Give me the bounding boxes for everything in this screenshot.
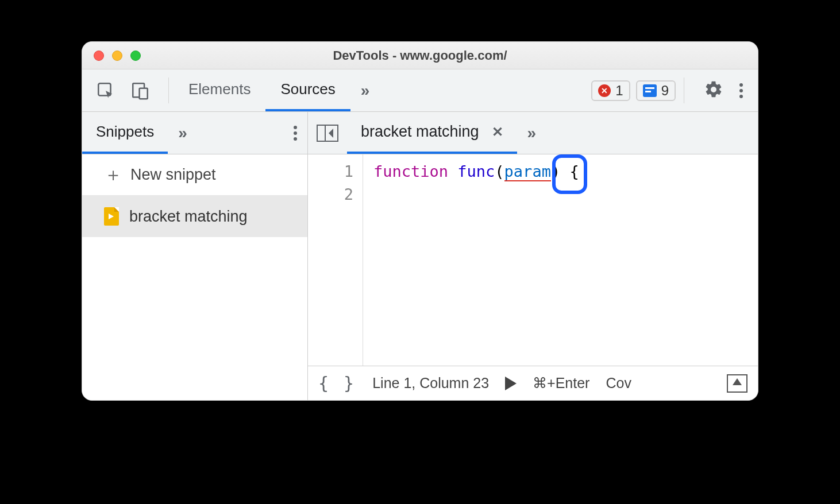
- sidebar-menu-button[interactable]: [294, 112, 297, 154]
- sidebar-toolbar: Snippets »: [82, 112, 307, 154]
- token-space: [560, 162, 569, 180]
- window-title: DevTools - www.google.com/: [82, 48, 758, 63]
- token-close-paren: ): [551, 162, 560, 180]
- snippets-list: bracket matching: [82, 196, 307, 400]
- inspect-element-icon[interactable]: [96, 81, 115, 100]
- run-shortcut-label: ⌘+Enter: [533, 375, 589, 391]
- snippet-item-label: bracket matching: [129, 208, 248, 226]
- token-function-name: func: [457, 162, 495, 180]
- errors-count: 1: [615, 83, 623, 99]
- sidebar: Snippets » ＋ New snippet bracket matchin…: [82, 112, 308, 400]
- device-toolbar-icon[interactable]: [130, 81, 150, 100]
- status-bar: { } Line 1, Column 23 ⌘+Enter Cov: [308, 366, 758, 400]
- editor-file-tab[interactable]: bracket matching ✕: [347, 112, 517, 154]
- zoom-window-button[interactable]: [130, 51, 141, 61]
- cursor-position: Line 1, Column 23: [372, 375, 489, 391]
- code-content[interactable]: function func(param) {: [363, 154, 758, 366]
- trailing-icons: [689, 69, 758, 111]
- navigator-toggle-icon[interactable]: [308, 112, 347, 154]
- new-snippet-button[interactable]: ＋ New snippet: [82, 154, 307, 196]
- plus-icon: ＋: [104, 162, 122, 188]
- tab-sources[interactable]: Sources: [265, 69, 350, 111]
- editor-toolbar: bracket matching ✕ »: [308, 112, 758, 154]
- token-brace: {: [569, 162, 579, 180]
- minimize-window-button[interactable]: [112, 51, 122, 61]
- close-tab-icon[interactable]: ✕: [492, 124, 503, 140]
- separator: [168, 77, 169, 103]
- editor-more-tabs[interactable]: »: [517, 112, 547, 154]
- console-counters: ✕ 1 9: [591, 69, 679, 111]
- settings-icon[interactable]: [704, 80, 723, 102]
- coverage-label[interactable]: Cov: [606, 375, 631, 391]
- svg-rect-3: [317, 125, 338, 141]
- error-icon: ✕: [598, 84, 611, 97]
- code-editor[interactable]: 1 2 function func(param) {: [308, 154, 758, 366]
- file-tab-label: bracket matching: [361, 123, 479, 141]
- content: Snippets » ＋ New snippet bracket matchin…: [82, 112, 758, 400]
- new-snippet-label: New snippet: [130, 166, 216, 184]
- snippet-item-bracket-matching[interactable]: bracket matching: [82, 196, 307, 237]
- main-toolbar: Elements Sources » ✕ 1 9: [82, 69, 758, 112]
- messages-badge[interactable]: 9: [636, 80, 676, 101]
- line-number: 2: [308, 183, 363, 206]
- separator: [684, 77, 684, 103]
- run-snippet-icon[interactable]: [505, 377, 517, 390]
- drawer-toggle-icon[interactable]: [727, 374, 747, 393]
- more-tabs-button[interactable]: »: [350, 69, 380, 111]
- tab-elements[interactable]: Elements: [174, 69, 265, 111]
- token-param: param: [504, 162, 551, 181]
- message-icon: [643, 84, 657, 97]
- pretty-print-icon[interactable]: { }: [318, 373, 356, 393]
- main-menu-button[interactable]: [739, 83, 743, 98]
- traffic-lights: [82, 51, 141, 61]
- svg-rect-2: [140, 88, 148, 98]
- line-number: 1: [308, 160, 363, 183]
- token-open-paren: (: [495, 162, 504, 180]
- snippet-file-icon: [104, 207, 119, 226]
- errors-badge[interactable]: ✕ 1: [591, 80, 630, 101]
- inspect-group: [82, 69, 164, 111]
- code-line-1: function func(param) {: [373, 160, 758, 183]
- devtools-window: DevTools - www.google.com/ Elements Sour…: [82, 41, 758, 401]
- line-gutter: 1 2: [308, 154, 363, 366]
- token-keyword: function: [373, 162, 448, 180]
- title-bar: DevTools - www.google.com/: [82, 42, 758, 69]
- messages-count: 9: [661, 83, 669, 99]
- close-window-button[interactable]: [94, 51, 104, 61]
- sidebar-more-tabs[interactable]: »: [168, 112, 198, 154]
- tab-snippets[interactable]: Snippets: [82, 112, 168, 154]
- editor-pane: bracket matching ✕ » 1 2 function func(p…: [308, 112, 758, 400]
